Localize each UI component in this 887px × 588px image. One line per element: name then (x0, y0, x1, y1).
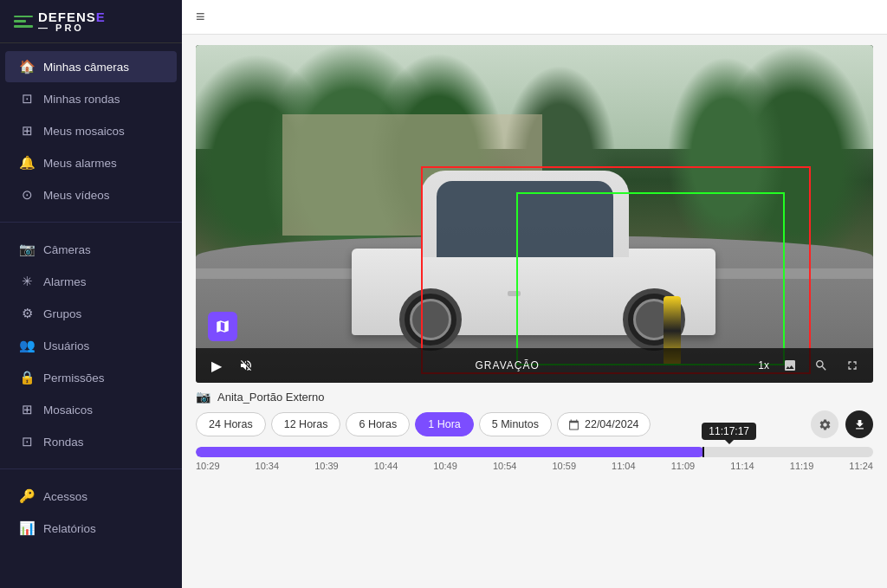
sidebar-item-my-videos[interactable]: ⊙ Meus vídeos (5, 179, 177, 210)
sidebar-section-3: 🔑 Acessos 📊 Relatórios (0, 473, 182, 552)
car-roof (421, 171, 629, 257)
sidebar-item-my-cameras[interactable]: 🏠 Minhas câmeras (5, 51, 177, 82)
timeline-label-11: 11:24 (849, 461, 873, 471)
menu-icon[interactable]: ≡ (196, 8, 205, 26)
alarm2-icon: ✳ (19, 274, 35, 289)
rounds-icon: ⊡ (19, 91, 35, 107)
video-frame (196, 45, 873, 383)
sidebar-item-label: Permissões (43, 372, 105, 384)
sidebar-item-my-alarms[interactable]: 🔔 Meus alarmes (5, 147, 177, 178)
groups-icon: ⚙ (19, 306, 35, 321)
timeline-label-2: 10:39 (314, 461, 339, 471)
zoom-button[interactable] (811, 359, 832, 372)
car-handle (508, 291, 521, 296)
btn-6h[interactable]: 6 Horas (346, 412, 410, 436)
sidebar-item-label: Alarmes (43, 275, 87, 288)
sidebar-item-reports[interactable]: 📊 Relatórios (5, 513, 177, 544)
logo-text: DEFENSE — PRO (38, 10, 106, 33)
time-controls-right (811, 410, 873, 438)
main-content: ≡ (182, 0, 887, 588)
sidebar-item-label: Relatórios (43, 522, 96, 535)
sidebar-item-cameras[interactable]: 📷 Câmeras (5, 234, 177, 265)
sidebar: DEFENSE — PRO 🏠 Minhas câmeras ⊡ Minhas … (0, 0, 182, 588)
timeline-tooltip: 11:17:17 (702, 423, 756, 440)
sidebar-item-mosaics[interactable]: ⊞ Mosaicos (5, 394, 177, 425)
sidebar-item-label: Rondas (43, 436, 84, 449)
logo-pro: — PRO (38, 23, 106, 33)
timeline-bar[interactable] (196, 447, 873, 457)
camera-icon: 📷 (19, 242, 35, 257)
map-icon (215, 319, 230, 334)
report-icon: 📊 (19, 520, 35, 536)
car-hubcap-left (410, 299, 451, 340)
sidebar-item-label: Minhas câmeras (43, 61, 129, 74)
sidebar-item-alarms[interactable]: ✳ Alarmes (5, 266, 177, 297)
video-player: ▶ GRAVAÇÃO 1x (196, 45, 873, 383)
sidebar-item-groups[interactable]: ⚙ Grupos (5, 298, 177, 329)
car-window (437, 181, 613, 257)
sidebar-item-label: Mosaicos (43, 404, 93, 417)
camera-name: Anita_Portão Externo (217, 391, 325, 404)
sidebar-item-my-mosaics[interactable]: ⊞ Meus mosaicos (5, 115, 177, 146)
sidebar-item-my-rounds[interactable]: ⊡ Minhas rondas (5, 83, 177, 114)
settings-button[interactable] (811, 410, 838, 438)
map-button[interactable] (208, 312, 237, 341)
camera-info: 📷 Anita_Portão Externo (196, 390, 873, 404)
timeline-label-5: 10:54 (493, 461, 517, 471)
date-picker-button[interactable]: 22/04/2024 (557, 412, 651, 436)
zoom-icon (814, 359, 828, 372)
sidebar-item-permissions[interactable]: 🔒 Permissões (5, 362, 177, 393)
sidebar-item-label: Meus mosaicos (43, 125, 125, 138)
sidebar-item-label: Grupos (43, 307, 81, 320)
sidebar-divider-2 (0, 468, 182, 469)
topbar: ≡ (182, 0, 887, 35)
timeline-label-6: 10:59 (552, 461, 576, 471)
btn-24h[interactable]: 24 Horas (196, 412, 266, 436)
mosaic-icon: ⊞ (19, 402, 35, 417)
video-controls-bar: ▶ GRAVAÇÃO 1x (196, 348, 873, 383)
volume-button[interactable] (236, 359, 256, 372)
timeline-fill (196, 447, 704, 457)
play-button[interactable]: ▶ (206, 358, 227, 374)
btn-5min[interactable]: 5 Minutos (479, 412, 552, 436)
mosaics-icon: ⊞ (19, 123, 35, 139)
btn-12h[interactable]: 12 Horas (271, 412, 341, 436)
content-area: ▶ GRAVAÇÃO 1x (182, 35, 887, 588)
lock-icon: 🔒 (19, 370, 35, 385)
timeline-wrapper: 11:17:17 (196, 447, 873, 457)
snapshot-icon (783, 359, 797, 372)
settings-icon (819, 418, 832, 431)
timeline-label-7: 11:04 (612, 461, 636, 471)
calendar-icon (568, 419, 579, 430)
timeline-labels: 10:29 10:34 10:39 10:44 10:49 10:54 10:5… (196, 461, 873, 471)
sidebar-item-users[interactable]: 👥 Usuários (5, 330, 177, 361)
timeline-area: 11:17:17 10:29 10:34 10:39 10:44 10:49 1… (196, 447, 873, 471)
fullscreen-button[interactable] (842, 359, 863, 372)
date-label: 22/04/2024 (585, 418, 639, 430)
users-icon: 👥 (19, 338, 35, 353)
time-controls: 24 Horas 12 Horas 6 Horas 1 Hora 5 Minut… (196, 410, 873, 438)
sidebar-item-label: Minhas rondas (43, 93, 120, 106)
snapshot-button[interactable] (780, 359, 800, 372)
home-icon: 🏠 (19, 59, 35, 74)
recording-label: GRAVAÇÃO (265, 359, 749, 372)
sidebar-divider-1 (0, 222, 182, 223)
btn-1h[interactable]: 1 Hora (415, 412, 474, 436)
sidebar-item-label: Meus alarmes (43, 157, 117, 170)
sidebar-section-2: 📷 Câmeras ✳ Alarmes ⚙ Grupos 👥 Usuários … (0, 226, 182, 465)
download-button[interactable] (845, 410, 873, 438)
speed-label[interactable]: 1x (758, 359, 769, 372)
key-icon: 🔑 (19, 488, 35, 504)
sidebar-item-rounds[interactable]: ⊡ Rondas (5, 426, 177, 457)
volume-off-icon (239, 359, 253, 372)
timeline-label-8: 11:09 (671, 461, 696, 471)
timeline-label-4: 10:49 (433, 461, 457, 471)
sidebar-item-label: Usuários (43, 339, 89, 352)
sidebar-item-label: Câmeras (43, 243, 91, 256)
sidebar-item-access[interactable]: 🔑 Acessos (5, 481, 177, 512)
sidebar-section-1: 🏠 Minhas câmeras ⊡ Minhas rondas ⊞ Meus … (0, 43, 182, 218)
timeline-cursor (702, 447, 704, 457)
logo-bars-icon (14, 16, 33, 28)
logo: DEFENSE — PRO (0, 0, 182, 43)
sidebar-item-label: Meus vídeos (43, 189, 110, 202)
